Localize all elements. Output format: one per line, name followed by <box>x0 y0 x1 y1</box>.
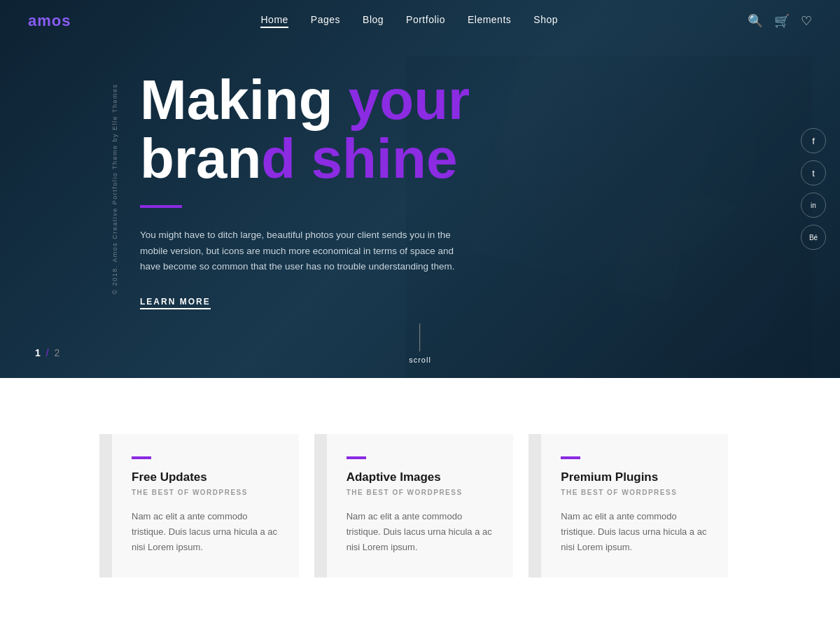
feature-accent-1 <box>132 456 151 459</box>
linkedin-button[interactable]: in <box>801 192 826 218</box>
scroll-label: scroll <box>409 356 431 364</box>
behance-button[interactable]: Bé <box>801 225 826 250</box>
social-sidebar: f t in Bé <box>801 128 826 250</box>
hero-headline-purple-1: your <box>349 69 470 131</box>
slide-current: 1 <box>35 347 41 358</box>
search-icon[interactable]: 🔍 <box>748 13 763 29</box>
hero-content: Making your brand shine You might have t… <box>0 71 476 308</box>
feature-title-3: Premium Plugins <box>561 470 708 484</box>
hero-headline-purple-2: d shine <box>261 127 457 190</box>
feature-title-2: Adaptive Images <box>346 470 494 484</box>
hero-headline-white-1: Making <box>140 69 349 131</box>
feature-accent-2 <box>346 456 366 459</box>
slide-counter: 1 / 2 <box>35 347 59 358</box>
feature-card-2: Adaptive Images THE BEST OF WORDPRESS Na… <box>327 434 514 578</box>
facebook-button[interactable]: f <box>801 128 826 153</box>
logo[interactable]: amos <box>28 12 71 30</box>
feature-subtitle-1: THE BEST OF WORDPRESS <box>132 489 279 496</box>
twitter-button[interactable]: t <box>801 160 826 186</box>
feature-subtitle-2: THE BEST OF WORDPRESS <box>346 489 494 496</box>
feature-desc-1: Nam ac elit a ante commodo tristique. Du… <box>132 509 279 555</box>
feature-title-1: Free Updates <box>132 470 279 484</box>
bottom-section: ONLY THE BEST QUALITY Create your own <box>0 620 840 630</box>
nav-shop[interactable]: Shop <box>533 14 558 28</box>
header-icons: 🔍 🛒 ♡ <box>748 13 812 29</box>
hero-section: © 2018. Amos Creative Portfolio Theme by… <box>0 0 840 378</box>
hero-headline: Making your brand shine <box>140 71 476 188</box>
nav-home[interactable]: Home <box>260 14 288 28</box>
hero-underline <box>140 205 182 208</box>
learn-more-link[interactable]: LEARN MORE <box>140 297 211 309</box>
feature-card-left-bar-2 <box>314 434 327 578</box>
nav-portfolio[interactable]: Portfolio <box>406 14 445 28</box>
logo-text: amos <box>28 12 71 29</box>
cart-icon[interactable]: 🛒 <box>774 13 790 29</box>
feature-subtitle-3: THE BEST OF WORDPRESS <box>561 489 708 496</box>
feature-desc-3: Nam ac elit a ante commodo tristique. Du… <box>561 509 708 555</box>
header: amos Home Pages Blog Portfolio Elements … <box>0 0 840 42</box>
nav-elements[interactable]: Elements <box>468 14 511 28</box>
wishlist-icon[interactable]: ♡ <box>801 13 812 29</box>
feature-card-left-bar-3 <box>528 434 541 578</box>
feature-card-1: Free Updates THE BEST OF WORDPRESS Nam a… <box>112 434 299 578</box>
hero-headline-white-2: bran <box>140 127 261 190</box>
nav-pages[interactable]: Pages <box>311 14 340 28</box>
features-section: Free Updates THE BEST OF WORDPRESS Nam a… <box>0 378 840 620</box>
feature-card-left-bar-1 <box>99 434 112 578</box>
feature-desc-2: Nam ac elit a ante commodo tristique. Du… <box>346 509 494 555</box>
main-nav: Home Pages Blog Portfolio Elements Shop <box>260 14 558 28</box>
scroll-indicator: scroll <box>409 323 431 364</box>
slide-separator: / <box>46 347 52 358</box>
nav-blog[interactable]: Blog <box>363 14 384 28</box>
feature-card-3: Premium Plugins THE BEST OF WORDPRESS Na… <box>541 434 728 578</box>
slide-total: 2 <box>54 347 59 358</box>
scroll-line <box>419 323 420 351</box>
feature-accent-3 <box>561 456 580 459</box>
hero-description: You might have to ditch large, beautiful… <box>140 227 476 276</box>
